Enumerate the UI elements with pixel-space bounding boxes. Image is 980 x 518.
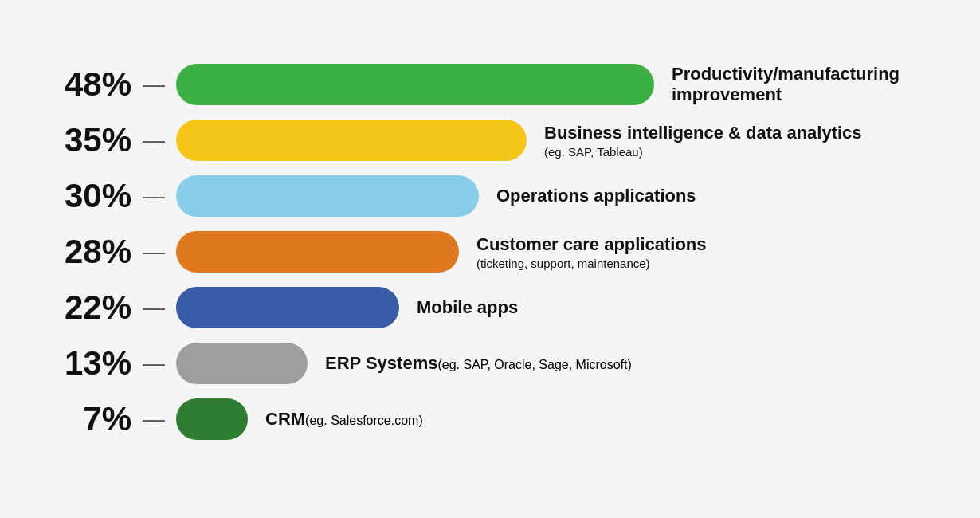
label-sub-crm: (eg. Salesforce.com)	[305, 414, 423, 428]
dash-erp: —	[143, 351, 165, 376]
label-block-bi: Business intelligence & data analytics(e…	[544, 123, 936, 159]
label-main-crm: CRM	[265, 409, 305, 430]
chart-row-productivity: 48%—Productivity/manufacturing improveme…	[44, 64, 936, 106]
bar-wrapper-mobile	[176, 287, 399, 328]
label-block-customer-care: Customer care applications(ticketing, su…	[476, 234, 936, 270]
percent-bi: 35%	[44, 121, 131, 159]
bar-erp	[176, 343, 308, 384]
bar-wrapper-erp	[176, 343, 308, 384]
label-main-productivity: Productivity/manufacturing improvement	[672, 64, 936, 106]
bar-wrapper-operations	[176, 175, 479, 217]
label-block-mobile: Mobile apps	[417, 297, 936, 318]
label-main-operations: Operations applications	[496, 186, 936, 206]
dash-customer-care: —	[143, 239, 165, 265]
bar-customer-care	[176, 231, 459, 273]
bar-mobile	[176, 287, 399, 328]
label-sub-erp: (eg. SAP, Oracle, Sage, Microsoft)	[437, 358, 631, 372]
dash-productivity: —	[143, 72, 165, 97]
dash-mobile: —	[143, 295, 165, 320]
bar-operations	[176, 175, 479, 217]
label-block-operations: Operations applications	[496, 186, 936, 206]
dash-operations: —	[143, 183, 165, 209]
chart-row-operations: 30%—Operations applications	[44, 175, 936, 217]
label-main-customer-care: Customer care applications	[476, 234, 936, 255]
bar-wrapper-customer-care	[176, 231, 459, 273]
percent-erp: 13%	[44, 344, 131, 383]
chart-container: 48%—Productivity/manufacturing improveme…	[20, 48, 960, 471]
percent-crm: 7%	[44, 400, 131, 438]
percent-operations: 30%	[44, 177, 131, 215]
bar-crm	[176, 398, 248, 440]
label-main-mobile: Mobile apps	[417, 297, 936, 318]
percent-productivity: 48%	[44, 65, 131, 104]
label-sub-bi: (eg. SAP, Tableau)	[544, 145, 936, 159]
dash-crm: —	[143, 406, 165, 432]
bar-wrapper-productivity	[176, 64, 654, 105]
chart-row-erp: 13%—ERP Systems (eg. SAP, Oracle, Sage, …	[44, 343, 936, 384]
label-block-erp: ERP Systems (eg. SAP, Oracle, Sage, Micr…	[325, 353, 936, 374]
percent-mobile: 22%	[44, 288, 131, 327]
bar-wrapper-bi	[176, 120, 527, 161]
label-main-bi: Business intelligence & data analytics	[544, 123, 936, 143]
label-block-productivity: Productivity/manufacturing improvement	[672, 64, 936, 106]
percent-customer-care: 28%	[44, 233, 131, 271]
chart-row-customer-care: 28%—Customer care applications(ticketing…	[44, 231, 936, 273]
bar-productivity	[176, 64, 654, 105]
bar-wrapper-crm	[176, 398, 248, 440]
chart-row-crm: 7%—CRM (eg. Salesforce.com)	[44, 398, 936, 440]
bar-bi	[176, 120, 527, 161]
label-block-crm: CRM (eg. Salesforce.com)	[265, 409, 936, 430]
chart-row-mobile: 22%—Mobile apps	[44, 287, 936, 328]
label-main-erp: ERP Systems	[325, 353, 437, 374]
chart-row-bi: 35%—Business intelligence & data analyti…	[44, 120, 936, 161]
dash-bi: —	[143, 128, 165, 153]
label-sub-customer-care: (ticketing, support, maintenance)	[476, 257, 936, 270]
